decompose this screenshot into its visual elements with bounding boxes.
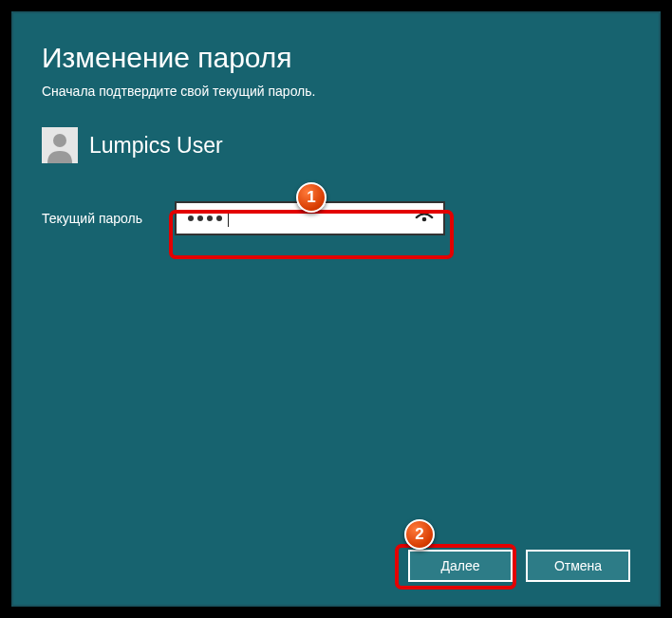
current-password-row: Текущий пароль [42,201,630,235]
button-row: Далее Отмена [408,550,630,582]
user-block: Lumpics User [42,127,630,163]
svg-point-1 [422,217,427,222]
current-password-label: Текущий пароль [42,211,175,226]
change-password-panel: Изменение пароля Сначала подтвердите сво… [11,11,661,607]
eye-icon [414,208,435,229]
page-title: Изменение пароля [42,42,630,74]
svg-point-0 [53,134,66,147]
page-subtitle: Сначала подтвердите свой текущий пароль. [42,84,630,99]
annotation-callout-2: 2 [404,519,435,550]
user-name: Lumpics User [89,133,223,159]
cancel-button[interactable]: Отмена [526,550,630,582]
user-icon [42,127,78,163]
avatar [42,127,78,163]
annotation-callout-1: 1 [296,182,327,213]
next-button[interactable]: Далее [408,550,513,582]
reveal-password-button[interactable] [411,205,438,232]
